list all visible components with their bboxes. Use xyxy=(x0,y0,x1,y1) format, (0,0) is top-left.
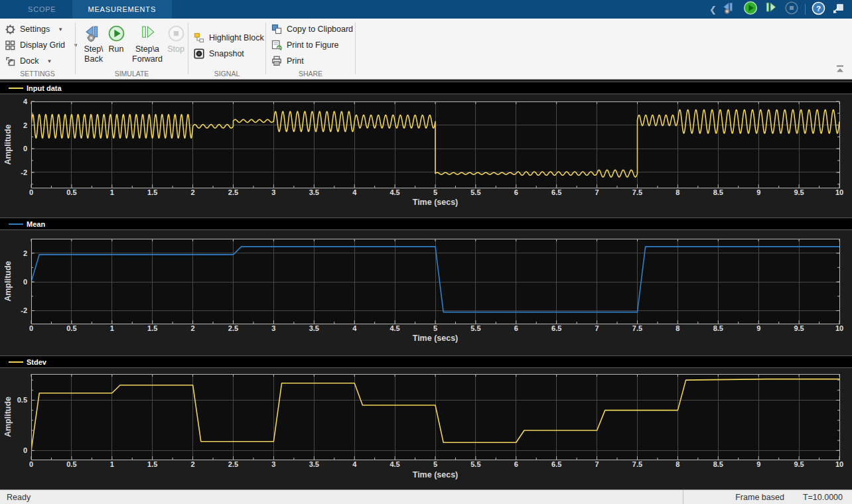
plot-panel-1: 00.511.522.533.544.555.566.577.588.599.5… xyxy=(3,239,843,343)
svg-text:0: 0 xyxy=(29,188,33,196)
legend-line-swatch xyxy=(9,88,23,89)
tab-scope[interactable]: SCOPE xyxy=(12,0,72,19)
svg-text:5: 5 xyxy=(433,460,437,468)
svg-text:Amplitude: Amplitude xyxy=(3,124,13,164)
svg-text:8.5: 8.5 xyxy=(713,460,723,468)
svg-text:3: 3 xyxy=(271,324,275,332)
tab-measurements[interactable]: MEASUREMENTS xyxy=(72,0,173,19)
copy-to-clipboard-label: Copy to Clipboard xyxy=(287,25,353,34)
svg-text:2.5: 2.5 xyxy=(228,460,238,468)
settings-button[interactable]: Settings ▼ xyxy=(0,22,63,36)
stop-icon xyxy=(167,25,185,42)
stop-big-button[interactable]: Stop xyxy=(166,21,186,76)
svg-text:3: 3 xyxy=(271,188,275,196)
help-button[interactable]: ? xyxy=(812,1,825,18)
snapshot-button[interactable]: Snapshot xyxy=(188,46,244,61)
svg-text:9.5: 9.5 xyxy=(794,188,804,196)
svg-text:0.5: 0.5 xyxy=(17,396,27,404)
section-separator xyxy=(355,23,356,74)
step-forward-label-line2: Forward xyxy=(132,54,163,64)
chevron-down-icon: ▼ xyxy=(46,58,52,64)
svg-text:3.5: 3.5 xyxy=(309,460,319,468)
svg-text:7: 7 xyxy=(595,460,599,468)
section-label-settings: SETTINGS xyxy=(0,70,75,78)
svg-text:2: 2 xyxy=(23,249,27,257)
highlight-block-label: Highlight Block xyxy=(209,33,264,42)
svg-text:3.5: 3.5 xyxy=(309,324,319,332)
status-ready-text: Ready xyxy=(7,493,31,502)
svg-text:6.5: 6.5 xyxy=(551,324,561,332)
svg-text:Time (secs): Time (secs) xyxy=(413,470,459,479)
svg-text:0.5: 0.5 xyxy=(66,460,76,468)
section-signal: Highlight Block Snapshot SIGNAL xyxy=(188,19,265,79)
snapshot-icon xyxy=(194,48,204,59)
legend-mean: Mean xyxy=(0,218,852,230)
svg-text:Time (secs): Time (secs) xyxy=(413,198,459,207)
svg-text:8.5: 8.5 xyxy=(713,188,723,196)
svg-text:Amplitude: Amplitude xyxy=(3,397,13,437)
svg-text:5.5: 5.5 xyxy=(470,324,480,332)
step-forward-label-line1: Step\a xyxy=(132,44,163,54)
dock-window-icon xyxy=(831,1,845,15)
svg-text:0: 0 xyxy=(23,278,27,286)
svg-text:-2: -2 xyxy=(21,306,27,314)
overflow-chevron-icon[interactable]: ❮ xyxy=(709,5,717,14)
chevron-down-icon: ▼ xyxy=(58,27,63,32)
dock-button[interactable]: Dock ▼ xyxy=(0,54,52,68)
print-icon xyxy=(271,56,282,66)
svg-text:2: 2 xyxy=(23,121,27,129)
step-back-big-button[interactable]: Step\Back xyxy=(80,21,107,76)
svg-text:8: 8 xyxy=(675,460,679,468)
svg-text:6.5: 6.5 xyxy=(551,460,561,468)
step-forward-button[interactable] xyxy=(764,1,778,18)
svg-text:10: 10 xyxy=(835,460,843,468)
svg-text:9.5: 9.5 xyxy=(794,324,804,332)
svg-text:0: 0 xyxy=(23,446,27,454)
svg-text:8: 8 xyxy=(675,188,679,196)
gear-icon xyxy=(5,25,15,34)
highlight-block-button[interactable]: Highlight Block xyxy=(188,31,264,45)
print-label: Print xyxy=(287,56,304,66)
svg-text:0.5: 0.5 xyxy=(66,324,76,332)
dock-label: Dock xyxy=(20,56,38,66)
svg-text:0.5: 0.5 xyxy=(66,188,76,196)
chart-svg: 00.511.522.533.544.555.566.577.588.599.5… xyxy=(0,80,852,489)
svg-text:1.5: 1.5 xyxy=(147,460,157,468)
legend-line-swatch xyxy=(9,361,23,363)
svg-text:6.5: 6.5 xyxy=(551,188,561,196)
print-to-figure-label: Print to Figure xyxy=(287,40,339,50)
stop-icon xyxy=(784,1,799,15)
svg-text:10: 10 xyxy=(835,324,843,332)
collapse-ribbon-button[interactable] xyxy=(835,64,845,74)
run-big-button[interactable]: Run xyxy=(105,21,127,76)
copy-to-clipboard-button[interactable]: Copy to Clipboard xyxy=(266,22,353,36)
legend-label: Stdev xyxy=(27,358,46,366)
legend-label: Input data xyxy=(27,84,62,92)
stop-button[interactable] xyxy=(784,1,799,18)
step-forward-big-button[interactable]: Step\aForward xyxy=(129,21,166,76)
run-icon xyxy=(107,25,125,42)
print-to-figure-button[interactable]: Print to Figure xyxy=(266,38,339,52)
run-label: Run xyxy=(109,44,124,54)
dock-window-button[interactable] xyxy=(831,1,845,18)
step-back-icon xyxy=(723,1,737,15)
status-sim-time: T=10.0000 xyxy=(803,493,843,502)
svg-text:7.5: 7.5 xyxy=(632,460,642,468)
svg-text:1: 1 xyxy=(110,460,114,468)
svg-text:2.5: 2.5 xyxy=(228,188,238,196)
svg-text:9: 9 xyxy=(756,460,760,468)
print-button[interactable]: Print xyxy=(266,54,304,68)
svg-text:5.5: 5.5 xyxy=(470,460,480,468)
svg-text:4.5: 4.5 xyxy=(390,460,399,468)
run-icon xyxy=(743,1,758,15)
section-label-signal: SIGNAL xyxy=(188,70,265,78)
section-label-share: SHARE xyxy=(266,70,355,78)
display-grid-button[interactable]: Display Grid ▼ xyxy=(0,38,78,52)
plot-panel-2: 00.511.522.533.544.555.566.577.588.599.5… xyxy=(3,374,843,479)
quick-access-toolbar: ❮ xyxy=(709,0,845,19)
run-button[interactable] xyxy=(743,1,758,18)
step-back-button[interactable] xyxy=(723,1,737,18)
svg-text:2: 2 xyxy=(191,188,195,196)
svg-text:2: 2 xyxy=(191,324,195,332)
svg-text:1.5: 1.5 xyxy=(147,324,157,332)
